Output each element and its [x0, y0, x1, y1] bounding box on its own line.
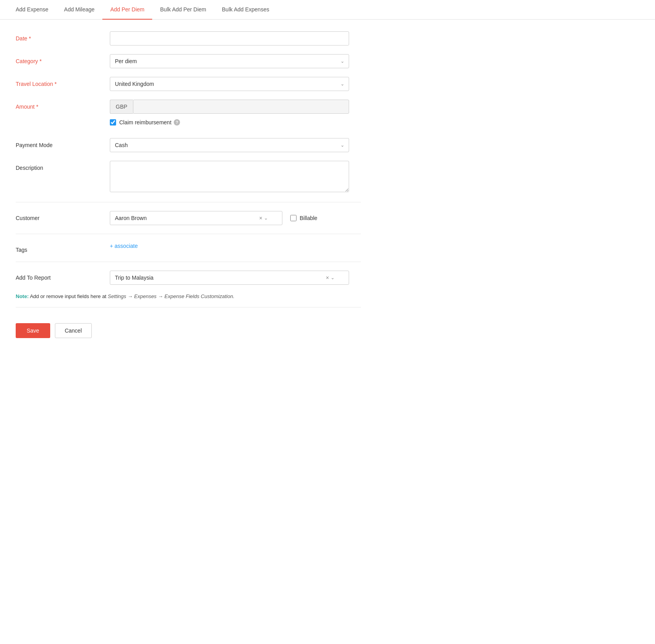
customer-value: Aaron Brown	[115, 215, 259, 221]
form-container: Date * 21.05.2019 Category * Per diem ⌄ …	[0, 20, 377, 354]
claim-reimbursement-checkbox[interactable]	[110, 119, 116, 126]
travel-location-control: United Kingdom ⌄	[110, 77, 349, 91]
tab-add-mileage[interactable]: Add Mileage	[56, 0, 102, 20]
add-to-report-row: Add To Report Trip to Malaysia × ⌄	[16, 271, 361, 285]
add-to-report-value: Trip to Malaysia	[115, 275, 326, 281]
tags-label: Tags	[16, 243, 110, 253]
add-to-report-select[interactable]: Trip to Malaysia × ⌄	[110, 271, 349, 285]
customer-select-wrapper: Aaron Brown × ⌄	[110, 211, 282, 225]
tags-row: Tags + associate	[16, 243, 361, 253]
divider-2	[16, 234, 361, 234]
note-row: Note: Add or remove input fields here at…	[16, 293, 361, 299]
description-input[interactable]	[110, 161, 349, 192]
payment-mode-select[interactable]: Cash	[110, 138, 349, 152]
travel-location-label: Travel Location *	[16, 77, 110, 87]
category-label: Category *	[16, 54, 110, 64]
billable-checkbox[interactable]	[290, 215, 297, 221]
date-label: Date *	[16, 31, 110, 42]
customer-field-row: Aaron Brown × ⌄ Billable	[110, 211, 349, 225]
amount-label: Amount *	[16, 100, 110, 110]
payment-mode-label: Payment Mode	[16, 138, 110, 148]
description-row: Description	[16, 161, 361, 193]
category-select-wrapper: Per diem ⌄	[110, 54, 349, 68]
customer-clear-icon[interactable]: ×	[259, 215, 262, 221]
amount-group: GBP 70	[110, 100, 349, 114]
note-text: Add or remove input fields here at	[30, 293, 108, 299]
billable-label: Billable	[300, 215, 317, 221]
claim-reimbursement-row: Claim reimbursement ?	[110, 119, 349, 126]
description-control	[110, 161, 349, 193]
claim-reimbursement-help-icon[interactable]: ?	[174, 119, 180, 126]
category-row: Category * Per diem ⌄	[16, 54, 361, 68]
tags-control: + associate	[110, 243, 349, 249]
travel-location-select-wrapper: United Kingdom ⌄	[110, 77, 349, 91]
save-button[interactable]: Save	[16, 323, 50, 338]
customer-label: Customer	[16, 211, 110, 221]
description-label: Description	[16, 161, 110, 171]
date-input[interactable]: 21.05.2019	[110, 31, 349, 45]
travel-location-row: Travel Location * United Kingdom ⌄	[16, 77, 361, 91]
divider-3	[16, 262, 361, 262]
claim-reimbursement-label: Claim reimbursement	[119, 119, 171, 126]
payment-mode-row: Payment Mode Cash ⌄	[16, 138, 361, 152]
currency-badge: GBP	[110, 100, 133, 114]
amount-row: Amount * GBP 70 Claim reimbursement ?	[16, 100, 361, 129]
travel-location-select[interactable]: United Kingdom	[110, 77, 349, 91]
button-row: Save Cancel	[16, 315, 361, 342]
cancel-button[interactable]: Cancel	[55, 323, 92, 338]
add-to-report-clear-icon[interactable]: ×	[326, 275, 329, 281]
customer-control: Aaron Brown × ⌄ Billable	[110, 211, 349, 225]
note-path: Settings → Expenses → Expense Fields Cus…	[108, 293, 235, 299]
amount-input[interactable]: 70	[133, 100, 349, 114]
add-to-report-label: Add To Report	[16, 271, 110, 281]
customer-chevron-icon: ⌄	[264, 215, 268, 221]
customer-select[interactable]: Aaron Brown × ⌄	[110, 211, 282, 225]
divider-1	[16, 202, 361, 202]
tab-add-per-diem[interactable]: Add Per Diem	[102, 0, 152, 20]
bottom-divider	[16, 307, 361, 307]
tab-bulk-add-per-diem[interactable]: Bulk Add Per Diem	[152, 0, 214, 20]
tab-add-expense[interactable]: Add Expense	[8, 0, 56, 20]
tab-bar: Add Expense Add Mileage Add Per Diem Bul…	[0, 0, 655, 20]
category-select[interactable]: Per diem	[110, 54, 349, 68]
category-control: Per diem ⌄	[110, 54, 349, 68]
payment-mode-control: Cash ⌄	[110, 138, 349, 152]
date-control: 21.05.2019	[110, 31, 349, 45]
date-row: Date * 21.05.2019	[16, 31, 361, 45]
amount-control: GBP 70 Claim reimbursement ?	[110, 100, 349, 129]
tags-associate-link[interactable]: + associate	[110, 243, 138, 249]
customer-row: Customer Aaron Brown × ⌄ Billable	[16, 211, 361, 225]
note-label: Note:	[16, 293, 29, 299]
add-to-report-control: Trip to Malaysia × ⌄	[110, 271, 349, 285]
billable-wrapper: Billable	[290, 215, 317, 221]
tab-bulk-add-expenses[interactable]: Bulk Add Expenses	[214, 0, 277, 20]
payment-mode-select-wrapper: Cash ⌄	[110, 138, 349, 152]
add-to-report-chevron-icon: ⌄	[331, 275, 335, 280]
